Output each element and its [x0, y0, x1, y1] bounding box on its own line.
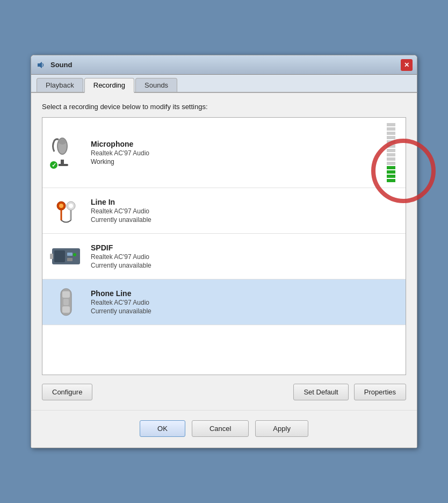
- svg-marker-0: [38, 62, 42, 68]
- svg-rect-20: [62, 306, 70, 313]
- phoneline-driver: Realtek AC'97 Audio: [91, 299, 399, 306]
- configure-button[interactable]: Configure: [42, 384, 92, 400]
- linein-icon: [49, 193, 83, 228]
- close-button[interactable]: ✕: [401, 59, 413, 71]
- spdif-info: SPDIF Realtek AC'97 Audio Currently unav…: [91, 243, 399, 269]
- level-bar-4: [387, 136, 395, 139]
- apply-button[interactable]: Apply: [255, 420, 308, 437]
- microphone-icon: ✓: [49, 135, 83, 170]
- device-item-linein[interactable]: Line In Realtek AC'97 Audio Currently un…: [42, 188, 406, 234]
- window-title: Sound: [50, 61, 401, 69]
- level-bar-9: [387, 157, 395, 161]
- device-action-buttons: Configure Set Default Properties: [42, 384, 406, 400]
- level-bar-3: [387, 132, 395, 135]
- linein-info: Line In Realtek AC'97 Audio Currently un…: [91, 198, 399, 224]
- level-meter: [383, 123, 399, 182]
- device-item-spdif[interactable]: SPDIF Realtek AC'97 Audio Currently unav…: [42, 234, 406, 279]
- level-bar-6: [387, 145, 395, 148]
- spdif-status: Currently unavailable: [91, 262, 399, 269]
- svg-point-5: [59, 139, 66, 145]
- spdif-name: SPDIF: [91, 243, 399, 252]
- sound-dialog: Sound ✕ Playback Recording Sounds Select…: [31, 55, 417, 448]
- phoneline-status: Currently unavailable: [91, 307, 399, 315]
- level-bar-14: [387, 179, 395, 182]
- action-row: OK Cancel Apply: [31, 410, 417, 448]
- microphone-info: Microphone Realtek AC'97 Audio Working: [91, 140, 378, 166]
- level-bar-12: [387, 170, 395, 174]
- tab-sounds[interactable]: Sounds: [135, 78, 177, 92]
- level-bar-11: [387, 166, 395, 169]
- tabs-bar: Playback Recording Sounds: [31, 75, 417, 93]
- microphone-status: Working: [91, 158, 378, 166]
- cancel-button[interactable]: Cancel: [192, 420, 249, 437]
- content-area: Select a recording device below to modif…: [31, 93, 417, 410]
- tab-playback[interactable]: Playback: [37, 78, 83, 92]
- microphone-driver: Realtek AC'97 Audio: [91, 149, 378, 157]
- level-bar-10: [387, 162, 395, 165]
- svg-point-10: [69, 204, 73, 208]
- svg-rect-19: [62, 291, 70, 298]
- level-bar-2: [387, 127, 395, 131]
- microphone-name: Microphone: [91, 140, 378, 148]
- spdif-driver: Realtek AC'97 Audio: [91, 253, 399, 261]
- svg-rect-13: [54, 250, 65, 262]
- level-bar-7: [387, 149, 395, 152]
- ok-button[interactable]: OK: [140, 420, 185, 437]
- device-list: ✓ Microphone Realtek AC'97 Audio Working: [42, 117, 406, 375]
- level-bar-8: [387, 153, 395, 156]
- linein-driver: Realtek AC'97 Audio: [91, 207, 399, 215]
- spdif-icon: [49, 239, 83, 274]
- set-default-button[interactable]: Set Default: [293, 384, 348, 400]
- linein-name: Line In: [91, 198, 399, 206]
- level-bar-5: [387, 140, 395, 143]
- svg-point-16: [73, 253, 76, 256]
- linein-status: Currently unavailable: [91, 216, 399, 224]
- device-item-phoneline[interactable]: Phone Line Realtek AC'97 Audio Currently…: [42, 279, 406, 325]
- svg-rect-17: [50, 254, 53, 259]
- svg-rect-21: [63, 299, 69, 305]
- svg-rect-14: [67, 253, 73, 256]
- level-bar-13: [387, 175, 395, 178]
- phoneline-icon: [49, 285, 83, 319]
- sound-icon: [35, 60, 46, 70]
- instruction-text: Select a recording device below to modif…: [42, 103, 406, 111]
- phoneline-info: Phone Line Realtek AC'97 Audio Currently…: [91, 289, 399, 315]
- title-bar: Sound ✕: [31, 55, 417, 75]
- level-bar-1: [387, 123, 395, 126]
- device-list-container: ✓ Microphone Realtek AC'97 Audio Working: [42, 117, 406, 375]
- phoneline-name: Phone Line: [91, 289, 399, 298]
- svg-point-7: [59, 204, 63, 208]
- tab-recording[interactable]: Recording: [84, 78, 134, 93]
- device-item-microphone[interactable]: ✓ Microphone Realtek AC'97 Audio Working: [42, 118, 406, 188]
- properties-button[interactable]: Properties: [354, 384, 406, 400]
- svg-rect-15: [67, 258, 73, 261]
- working-checkmark: ✓: [49, 160, 59, 170]
